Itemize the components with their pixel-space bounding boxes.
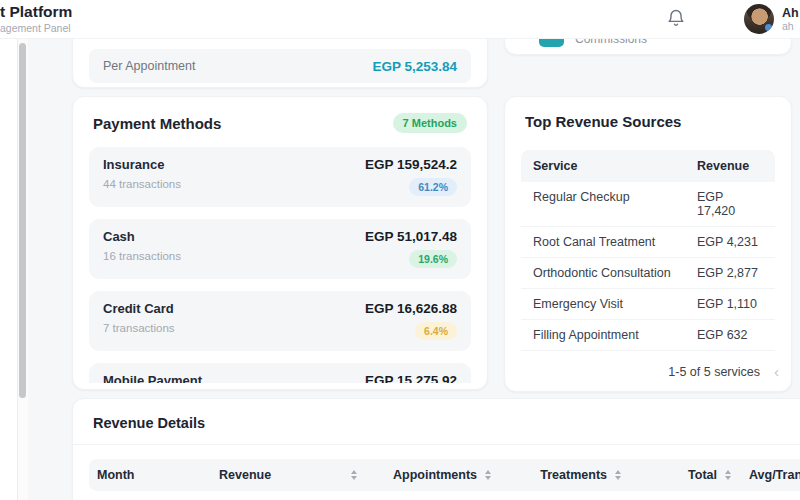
service-name: Root Canal Treatment [533,235,697,249]
revenue-source-row: Orthodontic ConsultationEGP 2,877 [521,258,775,289]
payment-method-percent-badge: 61.2% [409,178,457,196]
column-label: Appointments [393,468,477,482]
service-revenue: EGP 4,231 [697,235,763,249]
payment-method-transactions: 44 transactions [103,178,181,190]
revenue-details-table-body: 2025-11EGP 26,262.23527EGP 3751.75 [89,491,800,500]
payment-method-name: Cash [103,229,181,245]
app-subtitle: agement Panel [0,22,71,34]
panel-scrollbar [18,38,28,500]
revenue-details-card: Revenue Details MonthRevenueAppointments… [72,398,800,500]
sort-desc-arrow [485,476,491,480]
pagination-prev-icon[interactable]: ‹ [770,365,783,379]
sort-asc-arrow [485,470,491,474]
payment-method-amount: EGP 159,524.2 [365,157,457,173]
per-appointment-label: Per Appointment [103,59,195,73]
methods-count-badge: 7 Methods [393,113,467,133]
sort-icon[interactable] [485,470,491,480]
payment-method-amount: EGP 51,017.48 [365,229,457,245]
column-label: Total [688,468,717,482]
sort-asc-arrow [725,470,731,474]
payment-method-amount: EGP 16,626.88 [365,301,457,317]
payment-method-transactions: 16 transactions [103,250,181,262]
sidebar-edge [0,38,18,500]
payment-method-figures: EGP 16,626.886.4% [365,301,457,340]
sort-desc-arrow [615,476,621,480]
user-email: ah [782,20,800,32]
sort-icon[interactable] [351,470,357,480]
payment-method-transactions: 7 transactions [103,322,175,334]
revenue-sources-table: Service Revenue Regular CheckupEGP 17,42… [521,150,775,351]
col-service: Service [533,159,697,173]
revenue-source-row: Filling AppointmentEGP 632 [521,320,775,351]
payment-method-row: Cash16 transactionsEGP 51,017.4819.6% [89,219,471,279]
payment-method-name: Credit Card [103,301,175,317]
user-menu[interactable]: Ah ah [782,6,800,32]
col-revenue: Revenue [697,159,763,173]
column-label: Treatments [540,468,607,482]
user-avatar[interactable] [744,4,774,34]
header-cell-revenue[interactable]: Revenue [207,468,367,482]
payment-method-row: Mobile PaymentEGP 15,275.92 [89,363,471,383]
column-label: Revenue [219,468,271,482]
service-name: Filling Appointment [533,328,697,342]
revenue-sources-table-body: Regular CheckupEGP 17,420Root Canal Trea… [521,182,775,351]
payment-method-name: Insurance [103,157,181,173]
payment-method-figures: EGP 15,275.92 [365,373,457,383]
payment-method-info: Mobile Payment [103,373,202,383]
revenue-sources-table-header: Service Revenue [521,150,775,182]
header-cell-avg-transaction: Avg/Transaction [737,468,800,482]
payment-method-name: Mobile Payment [103,373,202,383]
service-name: Emergency Visit [533,297,697,311]
service-revenue: EGP 1,110 [697,297,763,311]
payment-method-info: Insurance44 transactions [103,157,181,190]
payment-method-percent-badge: 19.6% [409,250,457,268]
service-name: Orthodontic Consultation [533,266,697,280]
payment-methods-title: Payment Methods [93,115,221,132]
sort-icon[interactable] [725,470,731,480]
service-revenue: EGP 632 [697,328,763,342]
payment-method-row: Insurance44 transactionsEGP 159,524.261.… [89,147,471,207]
per-appointment-value: EGP 5,253.84 [372,59,457,74]
per-appointment-row: Per Appointment EGP 5,253.84 [89,49,471,83]
header-cell-treatments[interactable]: Treatments [497,468,627,482]
payment-method-row: Credit Card7 transactionsEGP 16,626.886.… [89,291,471,351]
sort-desc-arrow [351,476,357,480]
sort-desc-arrow [725,476,731,480]
payment-methods-header: Payment Methods 7 Methods [73,97,487,141]
payment-method-figures: EGP 159,524.261.2% [365,157,457,196]
sort-asc-arrow [615,470,621,474]
payment-methods-card: Payment Methods 7 Methods Insurance44 tr… [72,96,488,390]
payment-method-info: Credit Card7 transactions [103,301,175,334]
service-name: Regular Checkup [533,190,697,218]
revenue-details-table-header: MonthRevenueAppointmentsTreatmentsTotalA… [89,459,800,491]
sources-pagination: 1-5 of 5 services ‹ [668,365,783,379]
payment-methods-list[interactable]: Insurance44 transactionsEGP 159,524.261.… [89,147,471,383]
column-label: Avg/Transaction [749,468,800,482]
top-revenue-title: Top Revenue Sources [525,113,681,130]
header-cell-appointments[interactable]: Appointments [367,468,497,482]
service-revenue: EGP 17,420 [697,190,763,218]
revenue-details-header: Revenue Details [73,399,800,445]
payment-method-percent-badge: 6.4% [415,322,457,340]
sort-icon[interactable] [615,470,621,480]
revenue-source-row: Emergency VisitEGP 1,110 [521,289,775,320]
service-revenue: EGP 2,877 [697,266,763,280]
top-revenue-sources-card: Top Revenue Sources Service Revenue Regu… [504,96,792,392]
user-name: Ah [782,6,800,20]
app-title: t Platform [0,3,72,21]
revenue-details-title: Revenue Details [93,415,205,431]
revenue-details-row: 2025-11EGP 26,262.23527EGP 3751.75 [89,491,800,500]
pagination-range: 1-5 of 5 services [668,365,760,379]
header-cell-month: Month [89,468,207,482]
avatar-status-dot [765,24,772,31]
panel-scrollbar-thumb[interactable] [19,43,26,398]
revenue-source-row: Regular CheckupEGP 17,420 [521,182,775,227]
app-header: t Platform agement Panel Ah ah [0,0,800,39]
revenue-source-row: Root Canal TreatmentEGP 4,231 [521,227,775,258]
payment-method-amount: EGP 15,275.92 [365,373,457,383]
header-cell-total[interactable]: Total [627,468,737,482]
payment-method-info: Cash16 transactions [103,229,181,262]
top-revenue-header: Top Revenue Sources [505,97,791,138]
notifications-bell-icon[interactable] [666,8,686,28]
column-label: Month [97,468,134,482]
